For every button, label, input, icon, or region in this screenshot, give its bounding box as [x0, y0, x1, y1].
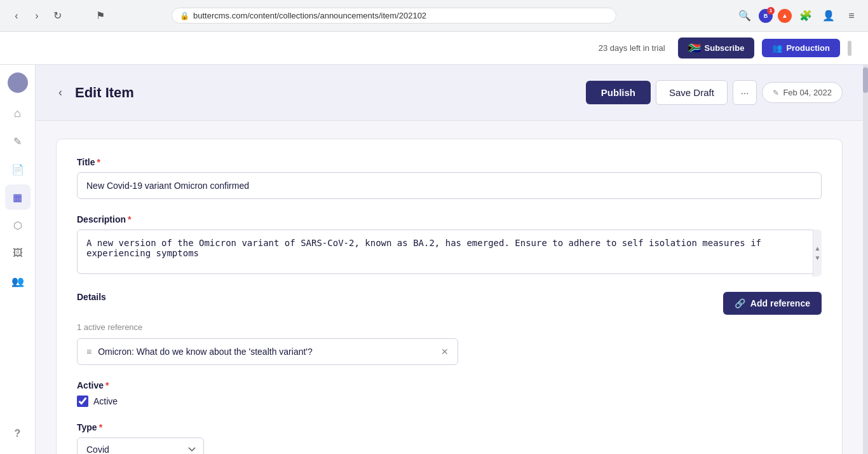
sidebar-item-media[interactable]: 🖼	[5, 240, 31, 266]
back-to-list-button[interactable]: ‹	[56, 83, 65, 102]
description-textarea[interactable]	[77, 230, 822, 274]
pencil-icon: ✎	[773, 88, 779, 97]
search-browser-btn[interactable]: 🔍	[736, 7, 754, 25]
save-draft-button[interactable]: Save Draft	[656, 80, 728, 105]
reference-title: Omicron: What do we know about the 'stea…	[98, 347, 435, 357]
url-text: buttercms.com/content/collections/announ…	[193, 11, 608, 20]
description-required-star: *	[128, 214, 131, 224]
type-label: Type *	[77, 422, 822, 432]
main-content: ‹ Edit Item Publish Save Draft ··· ✎ Feb…	[36, 65, 863, 454]
production-label: Production	[786, 43, 830, 53]
link-icon: 🔗	[735, 298, 745, 308]
page-scrollbar[interactable]	[863, 65, 868, 454]
scroll-down-arrow[interactable]: ▼	[815, 254, 821, 261]
trial-text: 23 days left in trial	[599, 43, 665, 53]
date-badge[interactable]: ✎ Feb 04, 2022	[762, 82, 843, 103]
objects-icon: ⬡	[13, 219, 22, 231]
team-icon: 👥	[11, 275, 24, 287]
extensions-button[interactable]: 🧩	[797, 7, 815, 25]
nav-buttons: ‹ › ↻	[8, 7, 66, 25]
date-text: Feb 04, 2022	[783, 88, 832, 97]
description-label: Description *	[77, 214, 822, 224]
reference-item: ≡ Omicron: What do we know about the 'st…	[77, 338, 458, 365]
title-required-star: *	[97, 157, 100, 167]
sidebar: ⌂ ✎ 📄 ▦ ⬡ 🖼 👥 ?	[0, 65, 36, 454]
title-label: Title *	[77, 157, 822, 167]
sidebar-item-team[interactable]: 👥	[5, 268, 31, 294]
media-icon: 🖼	[13, 247, 23, 259]
active-checkbox-text: Active	[93, 396, 118, 406]
subscribe-button[interactable]: 🇿🇦 Subscribe	[678, 38, 755, 58]
add-reference-label: Add reference	[750, 298, 810, 308]
type-select[interactable]: Covid General Health Other	[77, 437, 204, 454]
scrollbar-thumb[interactable]	[863, 67, 868, 93]
brave-shield-icon[interactable]: B 1	[759, 9, 773, 23]
page-title: Edit Item	[75, 85, 134, 101]
sidebar-item-home[interactable]: ⌂	[5, 100, 31, 126]
home-icon: ⌂	[14, 107, 21, 120]
sidebar-item-objects[interactable]: ⬡	[5, 212, 31, 238]
collections-icon: ▦	[13, 191, 22, 203]
title-input[interactable]	[77, 172, 822, 199]
publish-button[interactable]: Publish	[586, 81, 651, 104]
app-layout: ⌂ ✎ 📄 ▦ ⬡ 🖼 👥 ? ‹ Edit Item	[0, 65, 868, 454]
flag-icon: 🇿🇦	[688, 42, 701, 54]
form-container: Title * Description * ▲ ▼	[36, 121, 863, 454]
active-checkbox[interactable]	[77, 396, 88, 407]
active-checkbox-label[interactable]: Active	[77, 396, 822, 407]
active-required-star: *	[105, 380, 109, 390]
back-button[interactable]: ‹	[8, 7, 25, 25]
profile-button[interactable]: 👤	[820, 7, 837, 25]
details-header: Details 🔗 Add reference	[77, 292, 822, 315]
forward-button[interactable]: ›	[28, 7, 46, 25]
subscribe-label: Subscribe	[705, 43, 745, 53]
type-section: Type * Covid General Health Other	[77, 422, 822, 454]
blog-icon: ✎	[13, 135, 22, 148]
form-card: Title * Description * ▲ ▼	[56, 139, 843, 454]
active-references-count: 1 active reference	[77, 322, 822, 332]
browser-menu-button[interactable]: ≡	[843, 7, 860, 25]
users-icon: 👥	[772, 43, 782, 53]
address-bar[interactable]: 🔒 buttercms.com/content/collections/anno…	[172, 8, 616, 24]
scroll-up-arrow[interactable]: ▲	[815, 245, 821, 252]
details-section: Details 🔗 Add reference 1 active referen…	[77, 292, 822, 365]
help-icon: ?	[15, 428, 21, 439]
sidebar-item-help[interactable]: ?	[5, 421, 31, 446]
remove-reference-button[interactable]: ✕	[441, 347, 449, 357]
top-bar: 23 days left in trial 🇿🇦 Subscribe 👥 Pro…	[0, 32, 868, 65]
active-section: Active * Active	[77, 380, 822, 407]
more-options-button[interactable]: ···	[733, 80, 757, 105]
browser-extension-area: 🔍 B 1 ▲ 🧩 👤 ≡	[736, 7, 860, 25]
description-field-group: Description * ▲ ▼	[77, 214, 822, 277]
details-label: Details	[77, 292, 106, 302]
drag-handle-icon: ≡	[86, 347, 92, 357]
add-reference-button[interactable]: 🔗 Add reference	[723, 292, 822, 315]
textarea-scrollbar: ▲ ▼	[813, 230, 822, 277]
page-header: ‹ Edit Item Publish Save Draft ··· ✎ Feb…	[36, 65, 863, 121]
active-label: Active *	[77, 380, 822, 390]
pages-icon: 📄	[11, 163, 24, 175]
avatar[interactable]	[8, 72, 28, 93]
production-button[interactable]: 👥 Production	[762, 39, 840, 57]
reload-button[interactable]: ↻	[48, 7, 66, 25]
lock-icon: 🔒	[180, 11, 189, 20]
browser-chrome: ‹ › ↻ ⚑ 🔒 buttercms.com/content/collecti…	[0, 0, 868, 32]
bookmark-button[interactable]: ⚑	[92, 7, 109, 25]
sidebar-item-collections[interactable]: ▦	[5, 184, 31, 210]
sidebar-item-blog[interactable]: ✎	[5, 128, 31, 154]
sidebar-item-pages[interactable]: 📄	[5, 156, 31, 182]
sidebar-bottom: ?	[5, 421, 31, 446]
type-required-star: *	[99, 422, 102, 432]
description-textarea-wrapper: ▲ ▼	[77, 230, 822, 277]
title-field-group: Title *	[77, 157, 822, 199]
header-actions: Publish Save Draft ··· ✎ Feb 04, 2022	[586, 80, 843, 105]
brave-rewards-icon[interactable]: ▲	[778, 9, 792, 23]
